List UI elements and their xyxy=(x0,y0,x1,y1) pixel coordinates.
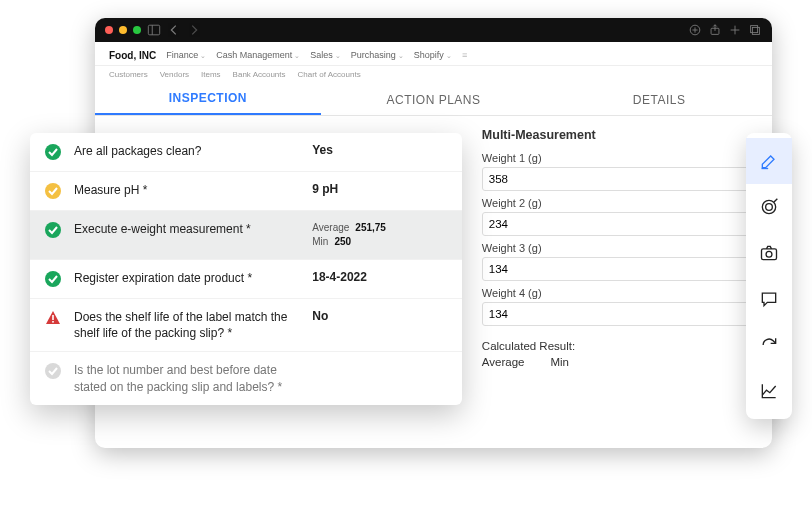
inspection-answer: Yes xyxy=(312,143,448,157)
svg-rect-16 xyxy=(52,321,54,323)
measurement-title: Multi-Measurement xyxy=(482,128,758,142)
weight-2-label: Weight 2 (g) xyxy=(482,197,758,209)
svg-rect-9 xyxy=(752,27,759,34)
svg-point-18 xyxy=(762,200,775,213)
inspection-question: Is the lot number and best before date s… xyxy=(74,362,300,394)
sidebar-toggle-icon[interactable] xyxy=(147,23,161,37)
close-dot[interactable] xyxy=(105,26,113,34)
calc-col-min: Min xyxy=(550,356,569,368)
camera-icon[interactable] xyxy=(746,230,792,276)
svg-point-11 xyxy=(45,183,61,199)
svg-rect-0 xyxy=(148,25,159,35)
tab-inspection[interactable]: INSPECTION xyxy=(95,91,321,115)
tab-details[interactable]: DETAILS xyxy=(546,93,772,115)
top-menu: Food, INC Finance⌄ Cash Management⌄ Sale… xyxy=(95,42,772,66)
inspection-question: Measure pH * xyxy=(74,182,300,198)
inspection-question: Does the shelf life of the label match t… xyxy=(74,309,300,341)
inspection-row[interactable]: Is the lot number and best before date s… xyxy=(30,352,462,404)
menu-shopify[interactable]: Shopify⌄ xyxy=(414,50,452,60)
calc-title: Calculated Result: xyxy=(482,340,758,352)
weight-4-label: Weight 4 (g) xyxy=(482,287,758,299)
menu-finance[interactable]: Finance⌄ xyxy=(166,50,206,60)
svg-point-19 xyxy=(766,204,773,211)
inspection-row[interactable]: Are all packages clean? Yes xyxy=(30,133,462,172)
brand-name: Food, INC xyxy=(109,50,156,61)
check-grey-icon xyxy=(44,362,62,380)
check-green-icon xyxy=(44,221,62,239)
maximize-dot[interactable] xyxy=(133,26,141,34)
svg-rect-15 xyxy=(52,315,54,320)
svg-rect-8 xyxy=(751,26,758,33)
inspection-question: Register expiration date product * xyxy=(74,270,300,286)
inspection-answer: 18-4-2022 xyxy=(312,270,448,284)
check-amber-icon xyxy=(44,182,62,200)
svg-point-17 xyxy=(45,363,61,379)
chart-icon[interactable] xyxy=(746,368,792,414)
menu-purchasing[interactable]: Purchasing⌄ xyxy=(351,50,404,60)
submenu-customers[interactable]: Customers xyxy=(109,70,148,79)
comment-icon[interactable] xyxy=(746,276,792,322)
svg-point-12 xyxy=(45,222,61,238)
submenu-coa[interactable]: Chart of Accounts xyxy=(298,70,361,79)
check-green-icon xyxy=(44,143,62,161)
inspection-question: Are all packages clean? xyxy=(74,143,300,159)
plus-icon[interactable] xyxy=(728,23,742,37)
edit-icon[interactable] xyxy=(746,138,792,184)
svg-point-21 xyxy=(766,251,772,257)
weight-4-input[interactable] xyxy=(482,302,758,326)
submenu-items[interactable]: Items xyxy=(201,70,221,79)
check-green-icon xyxy=(44,270,62,288)
inspection-row[interactable]: Register expiration date product * 18-4-… xyxy=(30,260,462,299)
menu-sales[interactable]: Sales⌄ xyxy=(310,50,341,60)
tab-action-plans[interactable]: ACTION PLANS xyxy=(321,93,547,115)
download-icon[interactable] xyxy=(688,23,702,37)
sub-menu: Customers Vendors Items Bank Accounts Ch… xyxy=(95,66,772,82)
weight-1-input[interactable] xyxy=(482,167,758,191)
submenu-vendors[interactable]: Vendors xyxy=(160,70,189,79)
inspection-answer: No xyxy=(312,309,448,323)
inspection-row[interactable]: Measure pH * 9 pH xyxy=(30,172,462,211)
inspection-row[interactable]: Execute e-weight measurement * Average25… xyxy=(30,211,462,260)
tabs-icon[interactable] xyxy=(748,23,762,37)
calculated-result: Calculated Result: Average Min xyxy=(482,340,758,368)
inspection-answer: 9 pH xyxy=(312,182,448,196)
submenu-bank[interactable]: Bank Accounts xyxy=(233,70,286,79)
weight-2-input[interactable] xyxy=(482,212,758,236)
weight-3-label: Weight 3 (g) xyxy=(482,242,758,254)
warn-red-icon xyxy=(44,309,62,327)
forward-icon[interactable] xyxy=(187,23,201,37)
inspection-question: Execute e-weight measurement * xyxy=(74,221,300,237)
window-titlebar xyxy=(95,18,772,42)
target-icon[interactable] xyxy=(746,184,792,230)
share-icon[interactable] xyxy=(708,23,722,37)
inspection-answer: Average251,75 Min250 xyxy=(312,221,448,249)
tabs: INSPECTION ACTION PLANS DETAILS xyxy=(95,82,772,116)
menu-cash[interactable]: Cash Management⌄ xyxy=(216,50,300,60)
back-icon[interactable] xyxy=(167,23,181,37)
inspection-card: Are all packages clean? Yes Measure pH *… xyxy=(30,133,462,405)
weight-3-input[interactable] xyxy=(482,257,758,281)
measurement-panel: Multi-Measurement Weight 1 (g) Weight 2 … xyxy=(468,116,772,448)
svg-rect-20 xyxy=(762,249,777,260)
svg-point-10 xyxy=(45,144,61,160)
svg-point-13 xyxy=(45,271,61,287)
minimize-dot[interactable] xyxy=(119,26,127,34)
calc-col-avg: Average xyxy=(482,356,525,368)
redo-icon[interactable] xyxy=(746,322,792,368)
side-toolbar xyxy=(746,133,792,419)
weight-1-label: Weight 1 (g) xyxy=(482,152,758,164)
inspection-row[interactable]: Does the shelf life of the label match t… xyxy=(30,299,462,352)
menu-more-icon[interactable]: ≡ xyxy=(462,50,467,60)
